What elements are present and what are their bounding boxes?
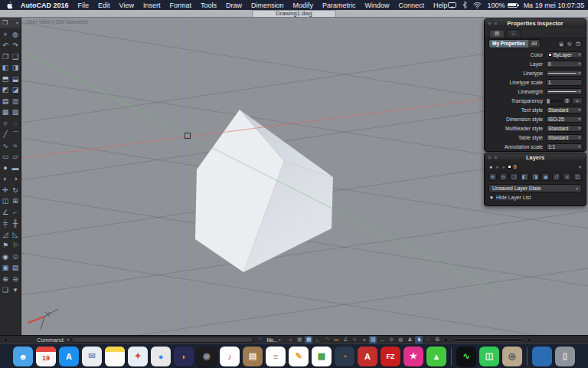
layers-tab[interactable]: ⎘ <box>506 29 521 38</box>
remove-tool-icon[interactable]: ⊖ <box>12 276 18 283</box>
dock-blender-icon[interactable]: ◔ <box>335 347 354 366</box>
slider-right-button[interactable] <box>527 337 532 343</box>
hatch-tool-icon[interactable]: ◐ <box>3 176 7 182</box>
line-tool-icon[interactable]: ╱ <box>3 131 7 138</box>
ortho-icon[interactable]: ∟ <box>314 336 322 343</box>
dropdown-layer[interactable]: 0▾ <box>546 61 583 67</box>
plane-tool-icon[interactable]: ◺ <box>13 232 18 238</box>
menu-modify[interactable]: Modify <box>293 2 314 9</box>
move-tool-icon[interactable]: ✛ <box>2 187 8 194</box>
menu-parametric[interactable]: Parametric <box>322 2 356 9</box>
grid-icon[interactable]: ▦ <box>296 336 303 343</box>
dock-mail-icon[interactable]: ✉ <box>82 347 102 366</box>
intersect-tool-icon[interactable]: ▦ <box>2 109 9 116</box>
wifi-icon[interactable] <box>473 2 482 8</box>
dock-numbers-icon[interactable]: ▦ <box>312 347 332 366</box>
layer-state-dropdown[interactable]: Unsaved Layer State ▾ <box>488 184 582 192</box>
run-macro-icon[interactable]: ♞ <box>415 336 423 343</box>
layers-panel-titlebar[interactable]: Layers <box>485 153 586 162</box>
zoom-icon[interactable]: ⊙ <box>387 336 395 343</box>
apple-menu-icon[interactable] <box>6 2 13 8</box>
box-tool-icon[interactable]: ❒ <box>2 54 8 61</box>
interfere-tool-icon[interactable]: ▧ <box>12 109 19 116</box>
match-properties-button[interactable]: ✎ <box>566 40 573 48</box>
menu-bar-clock[interactable]: Ma 19 mei 10:07:35 <box>524 2 585 9</box>
flag-tool-icon[interactable]: ⚐ <box>12 242 18 249</box>
dock-trash-icon[interactable]: ▯ <box>555 347 575 366</box>
point-tool-icon[interactable]: ● <box>3 165 7 172</box>
drawing-tab[interactable]: Drawing1.dwg <box>252 10 336 17</box>
orbit-icon[interactable]: ◍ <box>397 336 404 343</box>
undo-tool-icon[interactable]: ↶ <box>2 42 8 49</box>
active-app-name[interactable]: AutoCAD 2016 <box>21 2 69 9</box>
dropdown-linetype[interactable]: ▾ <box>546 70 583 77</box>
airplay-icon[interactable] <box>448 2 456 8</box>
slider-knob[interactable] <box>547 99 550 104</box>
dock-calendar-icon[interactable]: 19 <box>36 347 56 366</box>
hide-layer-list-toggle[interactable]: ▼ Hide Layer List <box>485 195 586 203</box>
layer-color-swatch[interactable] <box>508 165 511 169</box>
dropdown-text-style[interactable]: Standard▾ <box>546 107 583 113</box>
all-properties-button[interactable]: All <box>528 40 540 48</box>
region-tool-icon[interactable]: ▣ <box>2 264 9 271</box>
dock-app-store-icon[interactable]: A <box>59 347 79 366</box>
menu-tools[interactable]: Tools <box>201 2 217 9</box>
menu-view[interactable]: View <box>119 2 134 9</box>
dock-downloads-folder-icon[interactable] <box>532 347 552 366</box>
dock-autocad-icon[interactable]: A <box>358 347 377 366</box>
loft-tool-icon[interactable]: ⬓ <box>12 76 19 83</box>
new-layer-button[interactable]: ⊕ <box>488 172 497 181</box>
lock-layer-button[interactable]: ⌸ <box>563 172 571 181</box>
delete-layer-button[interactable]: ⊖ <box>499 172 508 181</box>
panel-close-button[interactable] <box>488 21 492 25</box>
polar-icon[interactable]: ◠ <box>323 336 331 343</box>
union-tool-icon[interactable]: ▤ <box>2 98 9 105</box>
layers-collapse-button[interactable] <box>494 156 498 159</box>
selection-tool-icon[interactable]: + <box>3 31 7 38</box>
arc-tool-icon[interactable]: ⌒ <box>12 131 19 138</box>
chamfer-tool-icon[interactable]: ∠ <box>2 209 8 216</box>
layer-dropdown-caret[interactable]: ▾ <box>579 164 581 169</box>
dock-chrome-icon[interactable]: ● <box>151 347 171 366</box>
dock-activity-monitor-icon[interactable]: ∿ <box>456 347 476 366</box>
dock-pages-icon[interactable]: ✎ <box>289 347 309 366</box>
extrude-tool-icon[interactable]: ◧ <box>2 64 9 71</box>
grid-small-icon[interactable]: ⊞ <box>433 336 441 343</box>
dock-contacts-icon[interactable]: ▤ <box>243 347 263 366</box>
dropdown-annotation-scale[interactable]: 1:1▾ <box>546 143 583 150</box>
set-current-layer-button[interactable]: ◉ <box>541 172 550 181</box>
dropdown-lineweight[interactable]: ▾ <box>546 88 583 95</box>
command-input[interactable] <box>71 337 253 343</box>
menu-draw[interactable]: Draw <box>226 2 242 9</box>
user-icon[interactable]: ♟ <box>406 336 413 343</box>
dock-textedit-icon[interactable]: ≡ <box>266 347 286 366</box>
transparency-value[interactable]: 0 <box>563 97 571 104</box>
pan-tool-tool-icon[interactable]: ⊙ <box>12 254 18 261</box>
subtract-tool-icon[interactable]: ▥ <box>12 98 19 105</box>
menu-help[interactable]: Help <box>433 2 448 9</box>
dock-filezilla-icon[interactable]: FZ <box>381 347 400 366</box>
menu-edit[interactable]: Edit <box>98 2 110 9</box>
rectangle-tool-icon[interactable]: ▭ <box>2 153 9 160</box>
command-caret-icon[interactable]: ▾ <box>67 337 70 342</box>
layer-previous-button[interactable]: ↺ <box>552 172 560 181</box>
layer-lock-toggle[interactable]: ● <box>501 164 505 169</box>
command-history-button[interactable] <box>3 337 8 343</box>
dock-finder-icon[interactable]: ☻ <box>13 347 33 366</box>
status-slider[interactable] <box>452 338 523 342</box>
rotate-tool-icon[interactable]: ↻ <box>12 187 18 194</box>
menu-connect[interactable]: Connect <box>399 2 425 9</box>
slider-left-button[interactable] <box>443 337 449 343</box>
extend-tool-icon[interactable]: ╫ <box>13 220 18 227</box>
battery-status[interactable]: 100% <box>488 2 518 9</box>
layer-on-toggle[interactable]: ● <box>489 164 492 169</box>
wedge-tool-icon[interactable]: ❑ <box>12 54 18 61</box>
quick-select-button[interactable]: ◉ <box>557 40 565 48</box>
array-tool-icon[interactable]: ⊞ <box>12 198 18 205</box>
circle-tool-icon[interactable]: ○ <box>3 120 7 127</box>
trim-tool-icon[interactable]: ╪ <box>3 220 8 227</box>
orbit-tool-icon[interactable]: ◉ <box>2 254 8 261</box>
fillet-tool-icon[interactable]: ⌐ <box>13 209 17 216</box>
section-tool-icon[interactable]: ◿ <box>3 232 8 238</box>
menu-file[interactable]: File <box>78 2 90 9</box>
